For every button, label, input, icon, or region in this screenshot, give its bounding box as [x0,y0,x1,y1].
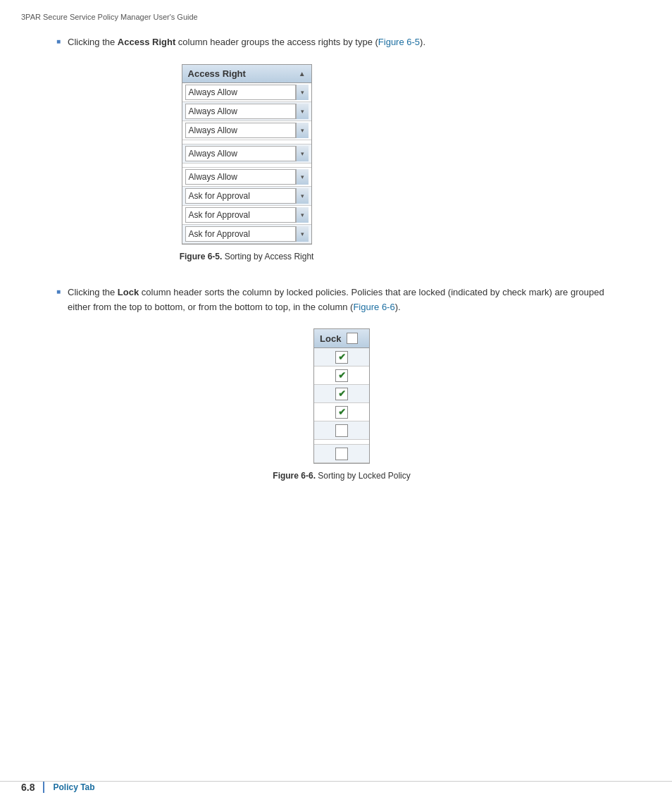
dropdown-arrow-icon[interactable]: ▾ [296,104,309,119]
access-right-table-header[interactable]: Access Right ▲ [182,65,311,83]
section2-text: Clicking the Lock column header sorts th… [68,285,616,488]
section1-text: Clicking the Access Right column header … [68,35,425,269]
page-header: 3PAR Secure Service Policy Manager User'… [0,0,672,28]
table-row: ✔ [314,385,369,403]
checkbox-checked[interactable]: ✔ [335,351,348,364]
figure-6-5-link[interactable]: Figure 6-5 [378,37,420,47]
table-row: Always Allow ▾ [182,144,311,164]
table-row [314,421,369,440]
dropdown-arrow-icon[interactable]: ▾ [296,226,309,242]
figure-6-6-container: Lock ✔ ✔ ✔ [68,328,616,481]
table-row: Always Allow ▾ [182,83,311,102]
figure-6-6-link[interactable]: Figure 6-6 [353,302,394,312]
lock-header-checkbox[interactable] [347,333,358,344]
page-content: ■ Clicking the Access Right column heade… [0,28,672,533]
dropdown-field[interactable]: Always Allow [185,169,296,185]
section2-intro: Clicking the Lock column header sorts th… [68,287,604,312]
dropdown-arrow-icon[interactable]: ▾ [296,169,309,185]
lock-header-label: Lock [320,333,341,344]
access-right-header-label: Access Right [188,68,246,79]
table-row: ✔ [314,403,369,421]
checkbox-unchecked[interactable] [335,448,348,460]
sort-arrow-icon: ▲ [299,70,306,78]
page-footer: 6.8 Policy Tab [0,781,672,793]
table-row-spacer [314,440,369,445]
table-row: Always Allow ▾ [182,168,311,187]
section-lock: ■ Clicking the Lock column header sorts … [56,285,616,488]
figure-6-5-container: Access Right ▲ Always Allow ▾ Always All… [68,64,425,261]
checkbox-checked[interactable]: ✔ [335,369,348,382]
dropdown-field[interactable]: Always Allow [185,146,296,161]
table-row: ✔ [314,348,369,366]
dropdown-arrow-icon[interactable]: ▾ [296,123,309,138]
checkbox-checked[interactable]: ✔ [335,406,348,419]
header-title: 3PAR Secure Service Policy Manager User'… [21,13,198,21]
figure-6-5-caption: Figure 6-5. Sorting by Access Right [180,252,314,261]
dropdown-field[interactable]: Always Allow [185,123,296,138]
checkbox-checked[interactable]: ✔ [335,388,348,400]
dropdown-arrow-icon[interactable]: ▾ [296,146,309,161]
table-row: ✔ [314,366,369,385]
dropdown-arrow-icon[interactable]: ▾ [296,85,309,100]
table-row: Always Allow ▾ [182,102,311,121]
footer-section-label: Policy Tab [53,782,94,792]
bullet-icon-2: ■ [56,288,61,295]
table-row [314,445,369,463]
dropdown-arrow-icon[interactable]: ▾ [296,207,309,223]
dropdown-field[interactable]: Ask for Approval [185,207,296,223]
bullet-icon-1: ■ [56,37,61,45]
access-right-table: Access Right ▲ Always Allow ▾ Always All… [182,64,312,245]
table-row: Ask for Approval ▾ [182,187,311,206]
figure-6-6-caption: Figure 6-6. Sorting by Locked Policy [273,471,410,481]
dropdown-arrow-icon[interactable]: ▾ [296,188,309,204]
dropdown-field[interactable]: Always Allow [185,85,296,100]
checkbox-unchecked[interactable] [335,424,348,437]
table-row: Ask for Approval ▾ [182,206,311,225]
dropdown-field[interactable]: Ask for Approval [185,226,296,242]
lock-table-header[interactable]: Lock [314,329,369,348]
dropdown-field[interactable]: Ask for Approval [185,188,296,204]
lock-table: Lock ✔ ✔ ✔ [313,328,370,464]
table-row: Ask for Approval ▾ [182,225,311,244]
section1-intro: Clicking the Access Right column header … [68,37,425,47]
section-access-right: ■ Clicking the Access Right column heade… [56,35,616,269]
dropdown-field[interactable]: Always Allow [185,104,296,119]
page-number: 6.8 [21,782,44,793]
table-row: Always Allow ▾ [182,121,311,140]
